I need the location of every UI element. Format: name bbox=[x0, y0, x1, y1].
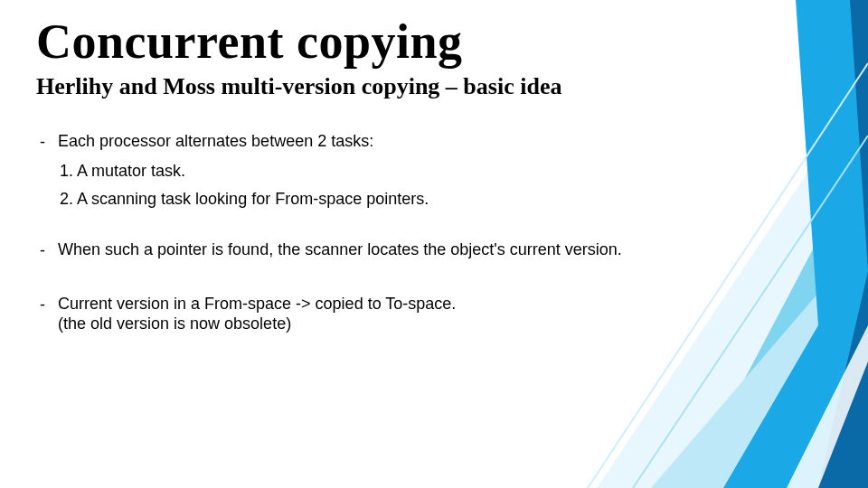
sub-item: 2. A scanning task looking for From-spac… bbox=[60, 189, 832, 210]
bullet-text: Current version in a From-space -> copie… bbox=[58, 294, 456, 334]
bullet-dash: - bbox=[36, 239, 45, 261]
sub-item: 1. A mutator task. bbox=[60, 161, 832, 182]
bullet-text: Each processor alternates between 2 task… bbox=[58, 131, 373, 152]
slide-subtitle: Herlihy and Moss multi-version copying –… bbox=[36, 73, 832, 100]
content-area: Concurrent copying Herlihy and Moss mult… bbox=[0, 0, 868, 334]
bullet-item: - When such a pointer is found, the scan… bbox=[36, 239, 832, 261]
slide: Concurrent copying Herlihy and Moss mult… bbox=[0, 0, 868, 488]
bullet-dash: - bbox=[36, 131, 45, 153]
bullet-item: - Current version in a From-space -> cop… bbox=[36, 294, 832, 334]
slide-title: Concurrent copying bbox=[36, 16, 832, 68]
bullet-item: - Each processor alternates between 2 ta… bbox=[36, 131, 832, 153]
svg-marker-5 bbox=[787, 325, 868, 488]
bullet-text: When such a pointer is found, the scanne… bbox=[58, 239, 622, 260]
body-text: - Each processor alternates between 2 ta… bbox=[36, 131, 832, 334]
bullet-dash: - bbox=[36, 294, 45, 315]
